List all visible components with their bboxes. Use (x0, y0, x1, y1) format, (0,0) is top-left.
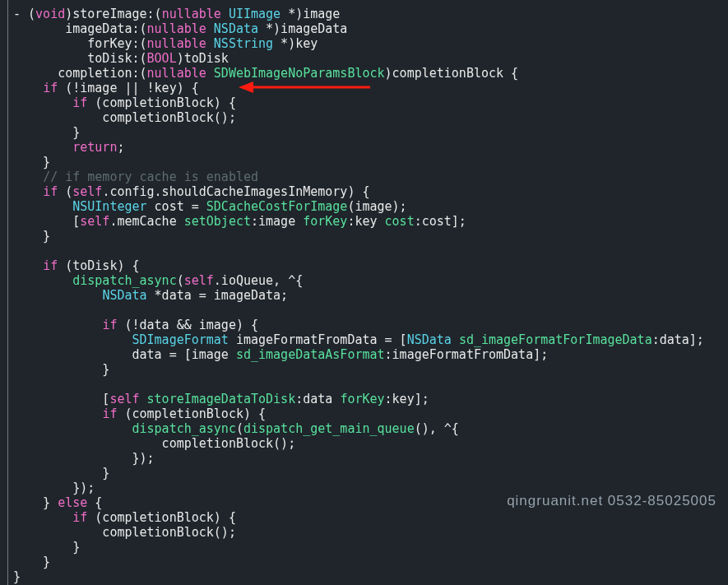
source-code: - (void)storeImage:(nullable UIImage *)i… (13, 7, 704, 584)
editor-gutter-border (7, 0, 8, 585)
